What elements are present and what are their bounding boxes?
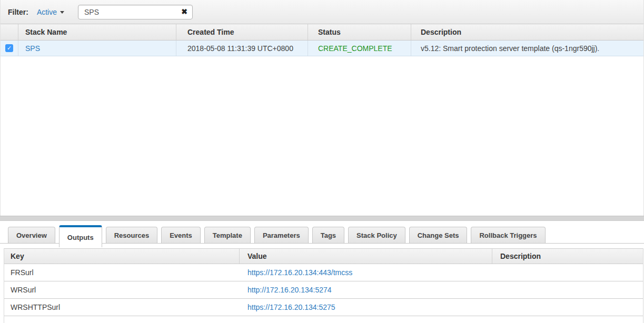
stack-name-link[interactable]: SPS: [25, 44, 40, 53]
table-row: WRSHTTPSurl https://172.16.20.134:5275: [4, 299, 643, 316]
row-checkbox[interactable]: ✓: [5, 44, 13, 52]
created-time-value: 2018-05-08 11:31:39 UTC+0800: [187, 44, 293, 53]
clear-search-icon[interactable]: ✖: [181, 7, 187, 16]
table-row[interactable]: ✓ SPS 2018-05-08 11:31:39 UTC+0800 CREAT…: [1, 41, 643, 56]
panel-splitter-handle[interactable]: [0, 216, 644, 221]
table-row: WRSurl http://172.16.20.134:5274: [4, 281, 643, 299]
header-stack-name: Stack Name: [18, 24, 176, 40]
outputs-table-header: Key Value Description: [4, 248, 643, 264]
stack-search-box: ✖: [78, 5, 193, 19]
header-checkbox-cell: [1, 24, 18, 40]
filter-label: Filter:: [8, 8, 28, 16]
output-key: WRSHTTPSurl: [11, 303, 60, 311]
tab-parameters[interactable]: Parameters: [254, 227, 309, 243]
output-value-link[interactable]: http://172.16.20.134:5274: [247, 286, 332, 294]
tab-change-sets[interactable]: Change Sets: [409, 227, 468, 243]
tab-template[interactable]: Template: [204, 227, 251, 243]
output-value-link[interactable]: https://172.16.20.134:443/tmcss: [247, 268, 352, 277]
output-key: WRSurl: [11, 286, 36, 294]
tab-overview[interactable]: Overview: [8, 227, 55, 243]
stack-description: v5.12: Smart protection server template …: [421, 44, 599, 53]
header-status: Status: [308, 24, 411, 40]
filter-bar: Filter: Active ✖: [1, 0, 643, 24]
output-value-link[interactable]: https://172.16.20.134:5275: [247, 303, 335, 311]
header-value: Value: [240, 249, 492, 264]
output-key: FRSurl: [11, 268, 34, 277]
tab-stack-policy[interactable]: Stack Policy: [348, 227, 405, 243]
stack-search-input[interactable]: [78, 5, 193, 19]
table-row: FRSurl https://172.16.20.134:443/tmcss: [4, 264, 643, 281]
stacks-table-header: Stack Name Created Time Status Descripti…: [1, 24, 643, 41]
tab-outputs[interactable]: Outputs: [59, 225, 102, 247]
tab-resources[interactable]: Resources: [106, 227, 157, 243]
header-description: Description: [411, 24, 643, 40]
detail-tabs: Overview Outputs Resources Events Templa…: [0, 221, 644, 244]
header-key: Key: [4, 249, 240, 264]
stacks-list-empty-area: [1, 56, 643, 216]
status-badge: CREATE_COMPLETE: [318, 44, 392, 53]
outputs-panel: Key Value Description FRSurl https://172…: [4, 248, 643, 323]
header-created-time: Created Time: [176, 24, 308, 40]
chevron-down-icon: [60, 11, 64, 14]
stacks-panel: Filter: Active ✖ Stack Name Created Time…: [0, 0, 644, 216]
tab-rollback-triggers[interactable]: Rollback Triggers: [471, 227, 545, 243]
tab-tags[interactable]: Tags: [312, 227, 344, 243]
status-filter-dropdown[interactable]: Active: [37, 8, 64, 16]
header-output-description: Description: [492, 249, 643, 264]
tab-events[interactable]: Events: [161, 227, 201, 243]
status-filter-value: Active: [37, 8, 57, 16]
